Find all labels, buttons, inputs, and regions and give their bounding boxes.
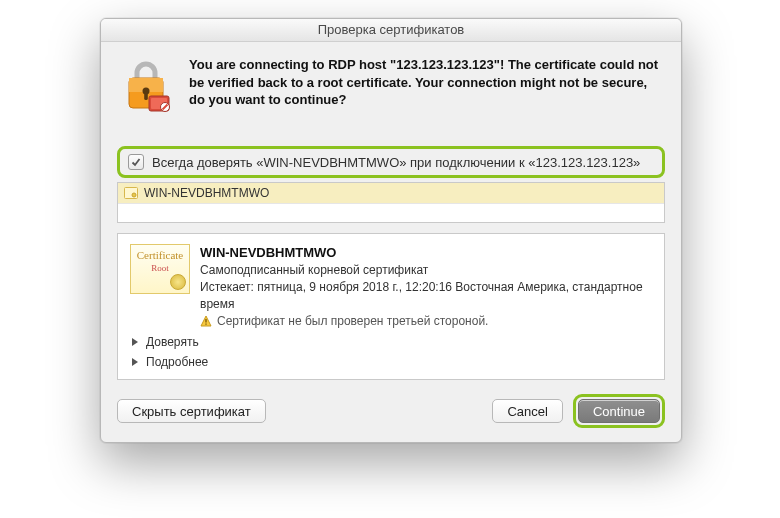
disclosure-trust[interactable]: Доверять — [130, 335, 652, 349]
certificate-info: WIN-NEVDBHMTMWO Самоподписанный корневой… — [200, 244, 652, 329]
svg-point-9 — [132, 193, 136, 197]
certificate-warning-line: Сертификат не был проверен третьей сторо… — [200, 313, 652, 330]
svg-marker-14 — [132, 358, 138, 366]
continue-highlight: Continue — [573, 394, 665, 428]
certificate-expires: Истекает: пятница, 9 ноября 2018 г., 12:… — [200, 279, 652, 313]
cancel-label: Cancel — [507, 404, 547, 419]
lock-icon-wrap — [117, 58, 189, 116]
badge-root: Root — [131, 263, 189, 273]
certificate-icon — [124, 187, 138, 199]
cancel-button[interactable]: Cancel — [492, 399, 562, 423]
warning-icon — [200, 315, 212, 327]
certificate-list-item-label: WIN-NEVDBHMTMWO — [144, 186, 269, 200]
dialog-content: You are connecting to RDP host "123.123.… — [101, 42, 681, 442]
certificate-list-item[interactable]: WIN-NEVDBHMTMWO — [118, 183, 664, 204]
always-trust-row: Всегда доверять «WIN-NEVDBHMTMWO» при по… — [117, 146, 665, 178]
certificate-list-empty-row — [118, 204, 664, 222]
lock-icon — [117, 58, 175, 116]
hide-certificate-button[interactable]: Скрыть сертификат — [117, 399, 266, 423]
badge-seal — [170, 274, 186, 290]
svg-rect-12 — [205, 323, 206, 324]
badge-title: Certificate — [131, 249, 189, 261]
button-row: Скрыть сертификат Cancel Continue — [117, 394, 665, 428]
disclosure-details[interactable]: Подробнее — [130, 355, 652, 369]
certificate-badge-icon: Certificate Root — [130, 244, 190, 294]
warning-text: You are connecting to RDP host "123.123.… — [189, 56, 665, 109]
always-trust-checkbox[interactable] — [128, 154, 144, 170]
svg-marker-13 — [132, 338, 138, 346]
certificate-list: WIN-NEVDBHMTMWO — [117, 182, 665, 223]
svg-rect-3 — [144, 91, 148, 100]
continue-button[interactable]: Continue — [578, 399, 660, 423]
disclosure-trust-label: Доверять — [146, 335, 199, 349]
svg-rect-11 — [205, 319, 206, 323]
dialog-window: Проверка сертификатов — [100, 18, 682, 443]
chevron-right-icon — [130, 337, 140, 347]
hide-certificate-label: Скрыть сертификат — [132, 404, 251, 419]
chevron-right-icon — [130, 357, 140, 367]
window-title: Проверка сертификатов — [101, 19, 681, 42]
certificate-type: Самоподписанный корневой сертификат — [200, 262, 652, 279]
continue-label: Continue — [593, 404, 645, 419]
disclosure-details-label: Подробнее — [146, 355, 208, 369]
certificate-warning-text: Сертификат не был проверен третьей сторо… — [217, 313, 488, 330]
header-row: You are connecting to RDP host "123.123.… — [117, 58, 665, 116]
certificate-details-top: Certificate Root WIN-NEVDBHMTMWO Самопод… — [130, 244, 652, 329]
certificate-details: Certificate Root WIN-NEVDBHMTMWO Самопод… — [117, 233, 665, 380]
always-trust-label: Всегда доверять «WIN-NEVDBHMTMWO» при по… — [152, 155, 640, 170]
certificate-name: WIN-NEVDBHMTMWO — [200, 244, 652, 262]
